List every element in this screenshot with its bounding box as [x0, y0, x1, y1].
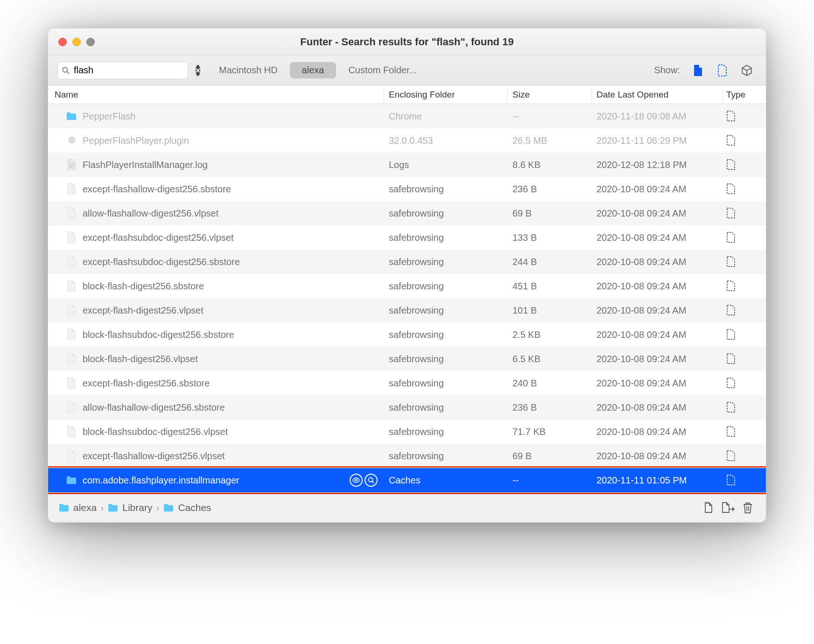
reveal-in-finder-button[interactable] [365, 474, 378, 487]
column-name[interactable]: Name [48, 85, 384, 104]
svg-line-6 [372, 481, 374, 483]
enclosing-folder: safebrowsing [384, 225, 508, 250]
breadcrumb-separator: › [156, 502, 159, 513]
file-icon [66, 401, 77, 414]
file-size: 236 B [508, 395, 592, 420]
search-input[interactable] [74, 65, 192, 76]
file-size: 69 B [508, 444, 592, 468]
file-type-icon [723, 322, 766, 347]
result-row[interactable]: block-flash-digest256.vlpsetsafebrowsing… [48, 347, 766, 371]
date-last-opened: 2020-10-08 09:24 AM [592, 201, 723, 225]
result-row[interactable]: except-flashallow-digest256.sbstoresafeb… [48, 177, 766, 201]
result-row[interactable]: com.adobe.flashplayer.installmanagerCach… [48, 468, 766, 492]
app-window: Funter - Search results for "flash", fou… [48, 28, 766, 523]
file-name: except-flashsubdoc-digest256.sbstore [83, 257, 384, 267]
file-type-icon [723, 274, 766, 298]
file-type-icon [723, 104, 766, 128]
file-icon [66, 352, 77, 365]
enclosing-folder: safebrowsing [384, 395, 508, 420]
date-last-opened: 2020-10-08 09:24 AM [592, 177, 723, 201]
column-size[interactable]: Size [508, 85, 592, 104]
date-last-opened: 2020-10-08 09:24 AM [592, 371, 723, 395]
file-name: except-flashallow-digest256.vlpset [83, 451, 384, 462]
delete-button[interactable] [740, 500, 756, 516]
file-size: 2.5 KB [508, 322, 592, 347]
breadcrumb-separator: › [100, 502, 104, 513]
result-row[interactable]: PepperFlashPlayer.plugin32.0.0.45326.5 M… [48, 128, 766, 153]
file-name: block-flashsubdoc-digest256.vlpset [83, 427, 384, 437]
file-icon [66, 158, 77, 171]
date-last-opened: 2020-10-08 09:24 AM [592, 298, 723, 322]
show-hidden-files-button[interactable] [716, 63, 730, 77]
breadcrumb-item[interactable]: alexa [58, 502, 97, 513]
file-name: com.adobe.flashplayer.installmanager [83, 475, 344, 486]
search-field[interactable] [57, 62, 188, 79]
date-last-opened: 2020-10-08 09:24 AM [592, 444, 723, 468]
result-row[interactable]: except-flash-digest256.vlpsetsafebrowsin… [48, 298, 766, 322]
enclosing-folder: Chrome [384, 104, 508, 128]
results-list: PepperFlashChrome--2020-11-18 09:08 AMPe… [48, 104, 766, 492]
file-name: allow-flashallow-digest256.vlpset [83, 208, 384, 219]
svg-point-0 [63, 67, 68, 72]
file-icon [66, 280, 77, 293]
result-row[interactable]: block-flashsubdoc-digest256.vlpsetsafebr… [48, 420, 766, 444]
date-last-opened: 2020-10-08 09:24 AM [592, 347, 723, 371]
result-row[interactable]: except-flashallow-digest256.vlpsetsafebr… [48, 444, 766, 468]
file-icon [66, 304, 77, 317]
result-row[interactable]: FlashPlayerInstallManager.logLogs8.6 KB2… [48, 153, 766, 177]
enclosing-folder: 32.0.0.453 [384, 128, 508, 153]
show-label: Show: [654, 65, 680, 76]
result-row[interactable]: allow-flashallow-digest256.sbstoresafebr… [48, 395, 766, 420]
file-type-icon [723, 395, 766, 420]
column-enclosing[interactable]: Enclosing Folder [384, 85, 508, 104]
clear-search-button[interactable] [196, 65, 200, 76]
date-last-opened: 2020-12-08 12:18 PM [592, 153, 723, 177]
column-type[interactable]: Type [723, 85, 766, 104]
quicklook-button[interactable] [350, 474, 363, 487]
date-last-opened: 2020-10-08 09:24 AM [592, 395, 723, 420]
file-size: 6.5 KB [508, 347, 592, 371]
file-size: -- [508, 468, 592, 492]
file-size: 26.5 MB [508, 128, 592, 153]
result-row[interactable]: block-flash-digest256.sbstoresafebrowsin… [48, 274, 766, 298]
svg-point-5 [369, 478, 373, 482]
file-icon [66, 182, 77, 196]
breadcrumb-item[interactable]: Library [107, 502, 152, 513]
file-size: 69 B [508, 201, 592, 225]
scope-custom-folder-[interactable]: Custom Folder... [336, 62, 429, 78]
result-row[interactable]: except-flashsubdoc-digest256.sbstoresafe… [48, 250, 766, 274]
enclosing-folder: safebrowsing [384, 347, 508, 371]
enclosing-folder: safebrowsing [384, 177, 508, 201]
file-size: 133 B [508, 225, 592, 250]
reveal-button[interactable] [720, 500, 736, 516]
file-icon [66, 474, 77, 487]
table-header: Name Enclosing Folder Size Date Last Ope… [48, 85, 766, 104]
footer: alexa›Library›Caches [48, 492, 766, 522]
file-icon [66, 207, 77, 220]
column-date[interactable]: Date Last Opened [592, 85, 723, 104]
file-name: FlashPlayerInstallManager.log [83, 160, 384, 170]
breadcrumb-item[interactable]: Caches [163, 502, 211, 513]
scope-macintosh-hd[interactable]: Macintosh HD [207, 62, 290, 78]
file-size: 8.6 KB [508, 153, 592, 177]
result-row[interactable]: allow-flashallow-digest256.vlpsetsafebro… [48, 201, 766, 225]
toolbar: Macintosh HDalexaCustom Folder... Show: [48, 56, 766, 85]
scope-selector: Macintosh HDalexaCustom Folder... [207, 62, 429, 78]
scope-alexa[interactable]: alexa [290, 62, 337, 78]
result-row[interactable]: PepperFlashChrome--2020-11-18 09:08 AM [48, 104, 766, 128]
file-size: 71.7 KB [508, 420, 592, 444]
enclosing-folder: safebrowsing [384, 298, 508, 322]
file-size: 101 B [508, 298, 592, 322]
enclosing-folder: safebrowsing [384, 444, 508, 468]
show-packages-button[interactable] [740, 63, 754, 77]
date-last-opened: 2020-11-11 06:29 PM [592, 128, 723, 153]
result-row[interactable]: block-flashsubdoc-digest256.sbstoresafeb… [48, 322, 766, 347]
show-visible-files-button[interactable] [691, 63, 705, 77]
file-size: 240 B [508, 371, 592, 395]
result-row[interactable]: except-flash-digest256.sbstoresafebrowsi… [48, 371, 766, 395]
file-name: except-flash-digest256.vlpset [83, 305, 384, 316]
file-name: allow-flashallow-digest256.sbstore [83, 402, 384, 413]
file-size: 244 B [508, 250, 592, 274]
result-row[interactable]: except-flashsubdoc-digest256.vlpsetsafeb… [48, 225, 766, 250]
copy-button[interactable] [701, 500, 716, 516]
